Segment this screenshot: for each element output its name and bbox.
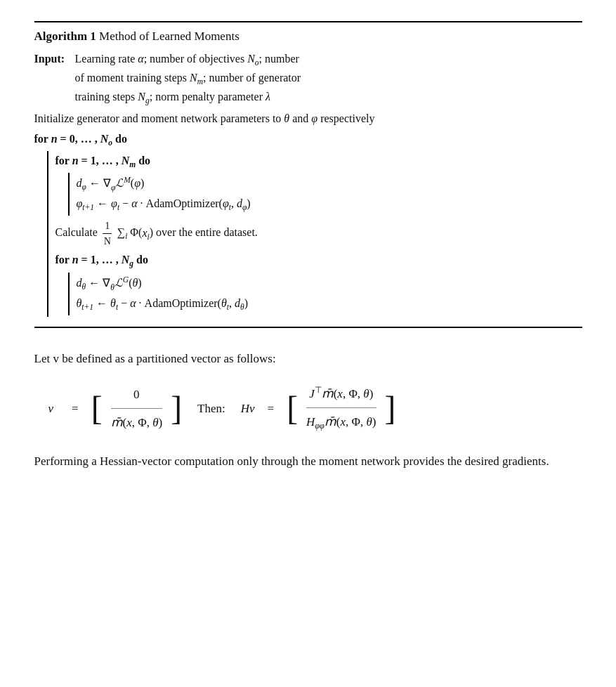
inner-for1-line1: dφ ← ∇φℒM(φ) (77, 174, 582, 194)
matrix1-rows: 0 m̄(x, Φ, θ) (103, 384, 171, 433)
equals-sign-2: = (268, 399, 275, 418)
calculate-line: Calculate 1N ∑i Φ(xi) over the entire da… (55, 218, 582, 249)
text-section: Let v be defined as a partitioned vector… (34, 349, 582, 471)
matrix2-row2: Hφφm̄(x, Φ, θ) (306, 412, 376, 433)
matrix1-row1: 0 (133, 385, 140, 404)
inner-for2-content: dθ ← ∇θℒG(θ) θt+1 ← θt − α · AdamOptimiz… (77, 273, 582, 315)
inner-for1-line: for n = 1, … , Nm do (55, 152, 582, 171)
algorithm-body: Input: Learning rate α; number of object… (34, 51, 582, 317)
input-label: Input: (34, 51, 71, 68)
outer-for-block: for n = 0, … , No do for n = 1, … , Nm d… (34, 131, 582, 317)
inner-for1-body: dφ ← ∇φℒM(φ) φt+1 ← φt − α · AdamOptimiz… (55, 173, 582, 216)
matrix2-bracket: [ J⊤m̄(x, Φ, θ) Hφφm̄(x, Φ, θ) ] (287, 382, 395, 435)
input-content: Learning rate α; number of objectives No… (75, 51, 582, 107)
algorithm-box: Algorithm 1 Method of Learned Moments In… (34, 21, 582, 328)
algorithm-title-rest: Method of Learned Moments (96, 30, 240, 43)
inner-for2-block: for n = 1, … , Ng do dθ ← ∇θℒG(θ) θt+1 (55, 251, 582, 315)
inner-for1-line2: φt+1 ← φt − α · AdamOptimizer(φt, dφ) (77, 195, 582, 214)
left-bracket-2: [ (287, 382, 298, 435)
right-bracket-1: ] (171, 384, 182, 433)
then-label: Then: (197, 399, 225, 418)
input-line: Input: Learning rate α; number of object… (34, 51, 582, 107)
matrix2-rows: J⊤m̄(x, Φ, θ) Hφφm̄(x, Φ, θ) (298, 382, 385, 435)
outer-vertical-bar (47, 151, 48, 317)
hessian-text: Performing a Hessian-vector computation … (34, 454, 549, 468)
matrix2-row1: J⊤m̄(x, Φ, θ) (309, 384, 373, 403)
algorithm-title: Algorithm 1 Method of Learned Moments (34, 30, 582, 45)
fraction-1N: 1N (102, 218, 113, 249)
matrix-equation: v = [ 0 m̄(x, Φ, θ) ] Then: Hv = [ J⊤m̄(… (48, 382, 582, 435)
inner-for2-body: dθ ← ∇θℒG(θ) θt+1 ← θt − α · AdamOptimiz… (55, 273, 582, 315)
algorithm-number: Algorithm 1 (34, 30, 96, 43)
matrix1-bracket: [ 0 m̄(x, Φ, θ) ] (91, 384, 182, 433)
v-var: v (48, 399, 54, 418)
inner-for1-block: for n = 1, … , Nm do dφ ← ∇φℒM(φ) φt+1 (55, 152, 582, 216)
matrix2-hline (306, 407, 376, 408)
inner2-vertical-bar (68, 273, 70, 315)
outer-for-line: for n = 0, … , No do (34, 131, 582, 150)
hessian-para: Performing a Hessian-vector computation … (34, 452, 582, 471)
inner-for1-content: dφ ← ∇φℒM(φ) φt+1 ← φt − α · AdamOptimiz… (77, 173, 582, 216)
inner1-vertical-bar (68, 173, 70, 216)
equals-sign: = (72, 399, 79, 418)
matrix1-hline (111, 408, 163, 409)
inner-for2-line1: dθ ← ∇θℒG(θ) (77, 274, 582, 294)
inner-for2-line: for n = 1, … , Ng do (55, 251, 582, 270)
left-bracket-1: [ (91, 384, 103, 433)
init-line: Initialize generator and moment network … (34, 110, 582, 128)
right-bracket-2: ] (385, 382, 396, 435)
outer-for-content: for n = 1, … , Nm do dφ ← ∇φℒM(φ) φt+1 (55, 151, 582, 317)
inner-for2-line2: θt+1 ← θt − α · AdamOptimizer(θt, dθ) (77, 295, 582, 314)
hv-label: Hv (241, 399, 255, 418)
outer-for-body: for n = 1, … , Nm do dφ ← ∇φℒM(φ) φt+1 (34, 151, 582, 317)
let-v-text: Let v be defined as a partitioned vector… (34, 352, 276, 365)
page-container: Algorithm 1 Method of Learned Moments In… (34, 21, 582, 485)
matrix1-row2: m̄(x, Φ, θ) (111, 413, 163, 432)
let-v-para: Let v be defined as a partitioned vector… (34, 349, 582, 368)
